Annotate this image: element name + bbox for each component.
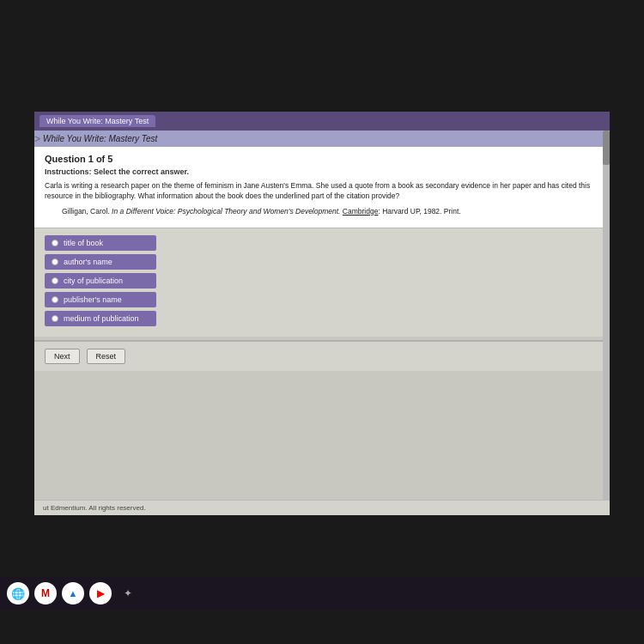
next-button[interactable]: Next [45, 349, 80, 364]
page-header-text: While You Write: Mastery Test [43, 134, 157, 143]
option-label-authors-name: author's name [64, 258, 112, 266]
settings-icon: ✦ [124, 587, 132, 599]
taskbar-icon-drive[interactable]: ▲ [62, 582, 84, 605]
question-number: Question 1 of 5 [45, 154, 599, 164]
laptop-outer: While You Write: Mastery Test While You … [0, 0, 644, 644]
instructions: Instructions: Select the correct answer. [45, 167, 599, 176]
radio-city-of-publication[interactable] [52, 277, 58, 284]
radio-authors-name[interactable] [52, 258, 58, 265]
youtube-icon: ▶ [97, 587, 105, 599]
option-label-title-of-book: title of book [64, 239, 103, 247]
radio-publishers-name[interactable] [52, 296, 58, 303]
question-section: Question 1 of 5 Instructions: Select the… [34, 147, 610, 228]
options-section: title of book author's name city of publ… [34, 228, 610, 337]
citation-italic: In a Different Voice: Psychological Theo… [112, 207, 340, 216]
option-city-of-publication[interactable]: city of publication [45, 273, 156, 289]
scrollbar[interactable] [603, 131, 610, 515]
taskbar-icon-youtube[interactable]: ▶ [89, 582, 112, 605]
taskbar-icon-settings[interactable]: ✦ [117, 582, 139, 605]
taskbar-icon-gmail[interactable]: M [34, 582, 57, 605]
radio-medium-of-publication[interactable] [52, 315, 58, 322]
option-label-city-of-publication: city of publication [64, 276, 123, 285]
gmail-icon: M [41, 587, 50, 599]
sidebar-arrow[interactable]: > [34, 133, 40, 145]
page-content: While You Write: Mastery Test Question 1… [34, 131, 610, 515]
page-header: While You Write: Mastery Test [34, 131, 610, 147]
scroll-thumb[interactable] [603, 131, 610, 165]
citation-underlined: Cambridge [343, 207, 379, 216]
taskbar-icon-chrome[interactable]: 🌐 [7, 582, 29, 605]
browser-tab[interactable]: While You Write: Mastery Test [39, 115, 155, 127]
citation: Gilligan, Carol. In a Different Voice: P… [62, 207, 599, 217]
option-medium-of-publication[interactable]: medium of publication [45, 311, 156, 326]
question-text: Carla is writing a research paper on the… [45, 181, 599, 202]
browser-bar: While You Write: Mastery Test [34, 112, 610, 131]
radio-title-of-book[interactable] [52, 240, 58, 246]
option-title-of-book[interactable]: title of book [45, 235, 156, 251]
chrome-icon: 🌐 [11, 587, 25, 600]
reset-button[interactable]: Reset [87, 349, 126, 364]
option-label-medium-of-publication: medium of publication [64, 314, 139, 323]
option-authors-name[interactable]: author's name [45, 254, 156, 270]
browser-tab-label: While You Write: Mastery Test [46, 117, 149, 125]
instructions-text: Select the correct answer. [94, 167, 189, 176]
instructions-label: Instructions: [45, 167, 92, 176]
option-publishers-name[interactable]: publisher's name [45, 292, 156, 307]
footer-text: ut Edmentium. All rights reserved. [43, 504, 146, 512]
taskbar: 🌐 M ▲ ▶ ✦ [0, 577, 644, 610]
option-label-publishers-name: publisher's name [64, 295, 122, 304]
bottom-buttons: Next Reset [34, 340, 610, 371]
page-footer: ut Edmentium. All rights reserved. [34, 500, 610, 515]
drive-icon: ▲ [69, 588, 78, 598]
screen: While You Write: Mastery Test While You … [34, 112, 610, 515]
